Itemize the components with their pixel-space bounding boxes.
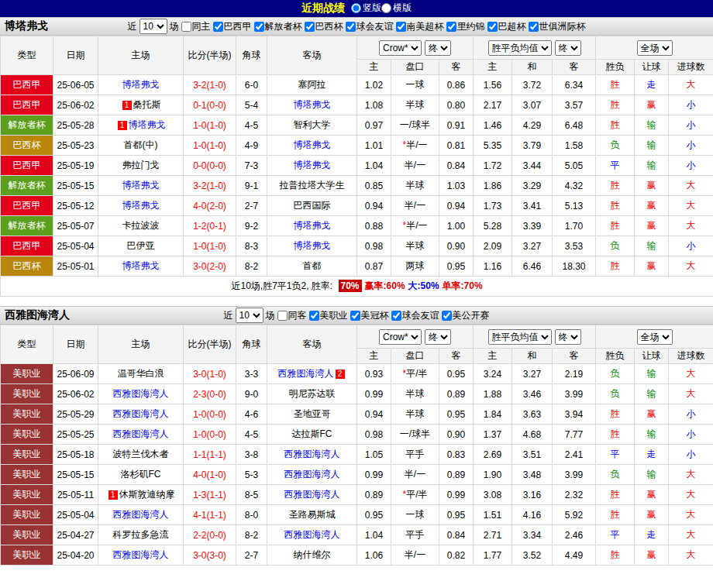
- radio-input[interactable]: [381, 3, 391, 13]
- team-name[interactable]: 巴西国际: [294, 200, 331, 211]
- checkbox-input[interactable]: [391, 311, 401, 321]
- team-name[interactable]: 桑托斯: [133, 99, 161, 110]
- team-name[interactable]: 塞阿拉: [298, 79, 326, 90]
- checkbox-input[interactable]: [442, 311, 452, 321]
- version-radio[interactable]: 横版: [381, 2, 412, 15]
- team-name[interactable]: 西雅图海湾人: [113, 549, 169, 560]
- filter-checkbox[interactable]: 球会友谊: [346, 20, 394, 33]
- team-name[interactable]: 西雅图海湾人: [113, 408, 169, 419]
- filter-checkbox[interactable]: 解放者杯: [254, 20, 302, 33]
- team-name[interactable]: 圣路易斯城: [289, 509, 336, 520]
- filter-checkbox[interactable]: 世俱洲际杯: [529, 20, 586, 33]
- checkbox-input[interactable]: [213, 22, 223, 32]
- team-name[interactable]: 达拉斯FC: [292, 428, 332, 439]
- team-name[interactable]: 博塔弗戈: [294, 240, 331, 251]
- checkbox-input[interactable]: [346, 22, 356, 32]
- team-name[interactable]: 智利大学: [294, 119, 331, 130]
- team-name[interactable]: 博塔弗戈: [294, 220, 331, 231]
- odds-company-select[interactable]: Crow*: [379, 329, 422, 345]
- team-name[interactable]: 博塔弗戈: [122, 200, 160, 211]
- filter-checkbox[interactable]: 美职业: [309, 309, 348, 322]
- filter-checkbox[interactable]: 球会友谊: [391, 309, 439, 322]
- euro-final-select[interactable]: 终: [555, 329, 581, 345]
- away-team-cell: 西雅图海湾人: [267, 445, 357, 465]
- filter-checkbox[interactable]: 里约锦: [446, 20, 485, 33]
- date-cell: 25-05-04: [53, 236, 98, 256]
- scope-select[interactable]: 全场: [637, 40, 673, 56]
- odds-company-select[interactable]: Crow*: [379, 40, 422, 56]
- radio-input[interactable]: [351, 3, 361, 13]
- team-name[interactable]: 西雅图海湾人: [113, 428, 169, 439]
- team-name[interactable]: 明尼苏达联: [289, 388, 336, 399]
- checkbox-input[interactable]: [446, 22, 456, 32]
- match-row: 巴西甲25-05-12博塔弗戈4-0(2-0)2-7巴西国际0.94半/一0.9…: [1, 196, 713, 216]
- team-name[interactable]: 博塔弗戈: [122, 79, 160, 90]
- euro-odds-select[interactable]: 胜平负均值: [488, 329, 552, 345]
- team-name[interactable]: 首都(中): [124, 139, 158, 150]
- home-team-cell: 弗拉门戈: [98, 156, 184, 176]
- team-name[interactable]: 科罗拉多急流: [113, 529, 169, 540]
- filter-checkbox[interactable]: 美公开赛: [442, 309, 490, 322]
- filter-checkbox[interactable]: 美冠杯: [350, 309, 389, 322]
- match-count-select[interactable]: 10: [236, 308, 264, 323]
- team-name[interactable]: 温哥华白浪: [118, 368, 164, 379]
- team-name[interactable]: 博塔弗戈: [294, 139, 331, 150]
- team-name[interactable]: 西雅图海湾人: [113, 509, 169, 520]
- team-name[interactable]: 西雅图海湾人: [284, 469, 340, 480]
- date-cell: 25-06-05: [53, 75, 98, 95]
- filter-checkbox[interactable]: 巴超杯: [487, 20, 526, 33]
- filter-checkbox[interactable]: 巴西杯: [305, 20, 343, 33]
- euro-final-select[interactable]: 终: [555, 40, 581, 56]
- team-name[interactable]: 纳什维尔: [294, 549, 331, 560]
- team-name[interactable]: 博塔弗戈: [122, 260, 160, 271]
- scope-select[interactable]: 全场: [637, 329, 673, 345]
- filter-checkbox[interactable]: 同客: [277, 309, 307, 322]
- euro-away-cell: 2.32: [553, 485, 596, 505]
- checkbox-input[interactable]: [181, 22, 191, 32]
- team-name[interactable]: 博塔弗戈: [294, 160, 331, 170]
- euro-away-cell: 1.70: [553, 216, 596, 236]
- checkbox-input[interactable]: [309, 311, 319, 321]
- checkbox-input[interactable]: [396, 22, 406, 32]
- team-name[interactable]: 西雅图海湾人: [284, 489, 340, 500]
- corner-cell: 9-2: [236, 216, 267, 236]
- odds-final-select[interactable]: 终: [425, 329, 451, 345]
- league-cell: 巴西甲: [1, 156, 53, 176]
- team-name[interactable]: 洛杉矶FC: [121, 469, 161, 480]
- filter-checkbox[interactable]: 同主: [181, 20, 211, 33]
- team-name[interactable]: 卡拉波波: [122, 220, 160, 231]
- team-name[interactable]: 波特兰伐木者: [113, 449, 169, 459]
- euro-odds-select[interactable]: 胜平负均值: [488, 40, 552, 56]
- filter-checkbox[interactable]: 巴西甲: [213, 20, 252, 33]
- checkbox-input[interactable]: [529, 22, 539, 32]
- team-name[interactable]: 休斯敦迪纳摩: [119, 489, 175, 500]
- team-name[interactable]: 弗拉门戈: [122, 160, 160, 170]
- team-name[interactable]: 西雅图海湾人: [113, 388, 169, 399]
- odds-final-select[interactable]: 终: [425, 40, 451, 56]
- version-radio[interactable]: 竖版: [351, 2, 381, 15]
- team-name[interactable]: 博塔弗戈: [129, 119, 166, 130]
- checkbox-input[interactable]: [254, 22, 264, 32]
- team-name[interactable]: 巴伊亚: [127, 240, 155, 251]
- radio-label: 横版: [393, 2, 412, 15]
- card-badge: 2: [336, 370, 345, 379]
- checkbox-input[interactable]: [487, 22, 498, 32]
- home-odds-cell: 1.08: [357, 95, 391, 115]
- corner-cell: 8-0: [236, 505, 267, 525]
- team-name[interactable]: 博塔弗戈: [122, 180, 160, 191]
- team-name[interactable]: 西雅图海湾人: [284, 449, 340, 459]
- team-name[interactable]: 西雅图海湾人: [284, 529, 340, 540]
- checkbox-input[interactable]: [277, 311, 288, 321]
- corner-cell: 4-5: [236, 115, 267, 136]
- match-count-select[interactable]: 10: [140, 19, 167, 34]
- goals-result-cell: 大: [669, 176, 713, 196]
- filter-checkbox[interactable]: 南美超杯: [396, 20, 444, 33]
- team-name[interactable]: 首都: [303, 260, 322, 271]
- checkbox-input[interactable]: [305, 22, 315, 32]
- team-name[interactable]: 西雅图海湾人: [278, 368, 334, 379]
- team-name[interactable]: 圣地亚哥: [294, 408, 331, 419]
- team-name[interactable]: 博塔弗戈: [294, 99, 331, 110]
- team-name[interactable]: 拉普拉塔大学生: [280, 180, 345, 191]
- checkbox-input[interactable]: [350, 311, 360, 321]
- away-odds-cell: 0.89: [439, 384, 474, 404]
